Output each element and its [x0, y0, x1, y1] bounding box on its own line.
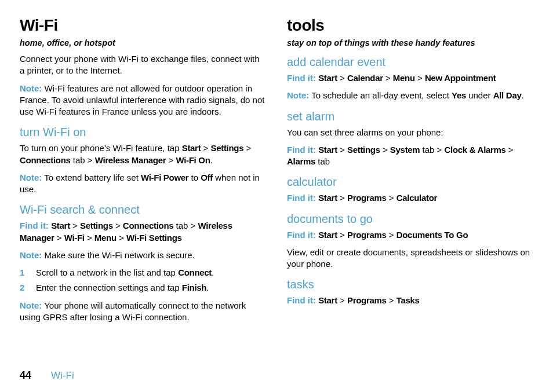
step-number: 1 — [20, 267, 36, 279]
tools-title: tools — [287, 16, 533, 35]
find-it-label: Find it: — [20, 221, 49, 230]
path-item: Connections — [123, 221, 174, 230]
sep: > — [506, 145, 514, 155]
wifi-tagline: home, office, or hotspot — [20, 38, 266, 47]
path-item: Start — [51, 221, 70, 230]
sep: > — [387, 230, 396, 240]
sep: > — [337, 193, 347, 203]
path-item: Alarms — [287, 156, 315, 166]
path-item: Wi-Fi — [64, 233, 85, 243]
text: Enter the connection settings and tap — [36, 283, 182, 292]
path-item: Settings — [347, 145, 380, 155]
sep: > — [337, 145, 347, 155]
path-item: Start — [318, 193, 337, 203]
path-item: Connections — [20, 155, 71, 165]
content-columns: Wi-Fi home, office, or hotspot Connect y… — [20, 16, 533, 358]
step-2: 2 Enter the connection settings and tap … — [20, 282, 266, 294]
path-item: Wi-Fi Power — [141, 173, 188, 182]
calculator-findit: Find it: Start > Programs > Calculator — [287, 192, 533, 204]
path-item: Wireless Manager — [95, 155, 166, 165]
sep: > — [380, 145, 390, 155]
text: . — [521, 90, 523, 100]
left-column: Wi-Fi home, office, or hotspot Connect y… — [20, 16, 266, 358]
path-item: Start — [318, 145, 337, 155]
path-item: Programs — [347, 193, 387, 203]
sep: > — [243, 143, 251, 153]
path-item: Off — [201, 173, 213, 182]
tasks-heading: tasks — [287, 278, 533, 291]
turn-wifi-on-heading: turn Wi-Fi on — [20, 126, 266, 139]
note-label: Note: — [20, 250, 42, 260]
text: . — [210, 155, 213, 165]
path-item: Calendar — [347, 73, 383, 83]
path-item: Settings — [80, 221, 113, 230]
set-alarm-heading: set alarm — [287, 110, 533, 123]
path-item: Wi-Fi Settings — [126, 233, 182, 243]
turn-wifi-on-path: To turn on your phone's Wi-Fi feature, t… — [20, 142, 266, 166]
page-footer: 44 Wi-Fi — [20, 364, 533, 382]
tools-tagline: stay on top of things with these handy f… — [287, 38, 533, 47]
tasks-findit: Find it: Start > Programs > Tasks — [287, 295, 533, 306]
path-item: New Appointment — [425, 73, 496, 83]
text: . — [206, 283, 209, 292]
find-it-label: Find it: — [287, 230, 316, 240]
text: tab > — [173, 221, 198, 230]
path-item: Programs — [347, 230, 387, 240]
path-item: Start — [182, 143, 201, 153]
sep: > — [387, 193, 396, 203]
find-it-label: Find it: — [287, 193, 316, 203]
find-it-label: Find it: — [287, 295, 316, 305]
text: tab > — [420, 145, 444, 155]
alarm-intro: You can set three alarms on your phone: — [287, 127, 533, 138]
find-it-label: Find it: — [287, 145, 316, 155]
documents-findit: Find it: Start > Programs > Documents To… — [287, 229, 533, 241]
sep: > — [70, 221, 80, 230]
text: Scroll to a network in the list and tap — [36, 268, 178, 277]
note-text: Wi-Fi features are not allowed for outdo… — [20, 83, 264, 117]
path-item: Settings — [210, 143, 243, 153]
path-item: Documents To Go — [396, 230, 468, 240]
sep: > — [85, 233, 94, 243]
text: tab > — [71, 155, 95, 165]
step-text: Scroll to a network in the list and tap … — [36, 267, 214, 279]
note-text: Make sure the Wi-Fi network is secure. — [42, 250, 194, 260]
note-label: Note: — [287, 90, 309, 100]
path-item: Calculator — [396, 193, 437, 203]
path-item: System — [390, 145, 420, 155]
path-item: Clock & Alarms — [445, 145, 506, 155]
text: . — [212, 268, 214, 277]
wifi-connect-steps: 1 Scroll to a network in the list and ta… — [20, 267, 266, 294]
wifi-gprs-note: Note: Your phone will automatically conn… — [20, 300, 266, 324]
sep: > — [383, 73, 393, 83]
calendar-findit: Find it: Start > Calendar > Menu > New A… — [287, 72, 533, 84]
calendar-note: Note: To schedule an all-day event, sele… — [287, 90, 533, 101]
note-label: Note: — [20, 173, 42, 182]
text: under — [466, 90, 493, 100]
text: To extend battery life set — [42, 173, 141, 182]
step-text: Enter the connection settings and tap Fi… — [36, 282, 209, 294]
path-item: Tasks — [396, 295, 420, 305]
sep: > — [54, 233, 64, 243]
note-text: Your phone will automatically connect to… — [20, 301, 246, 322]
step-1: 1 Scroll to a network in the list and ta… — [20, 267, 266, 279]
path-item: Start — [318, 230, 337, 240]
documents-desc: View, edit or create documents, spreadsh… — [287, 247, 533, 270]
wifi-search-findit: Find it: Start > Settings > Connections … — [20, 220, 266, 244]
path-item: Menu — [94, 233, 117, 243]
add-calendar-heading: add calendar event — [287, 56, 533, 69]
wifi-search-heading: Wi-Fi search & connect — [20, 203, 266, 217]
wifi-power-note: Note: To extend battery life set Wi-Fi P… — [20, 172, 266, 196]
sep: > — [201, 143, 210, 153]
sep: > — [415, 73, 425, 83]
footer-section-name: Wi-Fi — [51, 370, 74, 382]
wifi-intro: Connect your phone with Wi-Fi to exchang… — [20, 53, 266, 77]
sep: > — [387, 295, 396, 305]
path-item: Finish — [182, 283, 206, 292]
sep: > — [337, 295, 347, 305]
path-item: Wi-Fi On — [176, 155, 210, 165]
note-label: Note: — [20, 83, 42, 93]
path-item: Yes — [452, 90, 466, 100]
documents-heading: documents to go — [287, 213, 533, 226]
sep: > — [117, 233, 126, 243]
find-it-label: Find it: — [287, 73, 316, 83]
